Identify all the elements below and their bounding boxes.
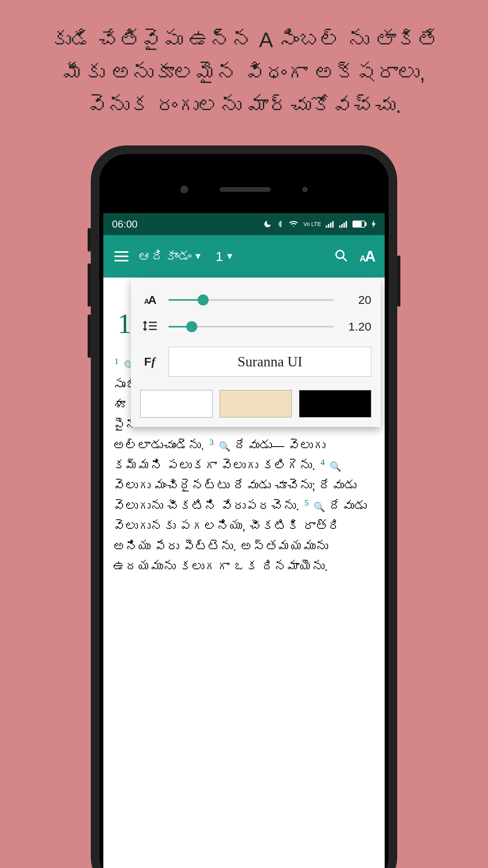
verse-text: శూ (113, 397, 125, 412)
promo-caption: కుడి చేతివైపు ఉన్న A సింబల్ ను తాకితే మీ… (0, 0, 488, 130)
phone-button-power (397, 256, 400, 307)
phone-button-vol-up (88, 263, 91, 307)
moon-icon (263, 220, 272, 228)
chapter-selector[interactable]: 1 ▼ (216, 249, 234, 264)
magnifier-icon[interactable]: 🔍 (314, 502, 325, 512)
svg-line-12 (343, 257, 347, 261)
status-time: 06:00 (112, 218, 138, 230)
phone-screen: 06:00 Vo LTE (103, 213, 385, 868)
svg-rect-9 (365, 223, 366, 225)
phone-button-vol-down (88, 314, 91, 358)
menu-button[interactable] (110, 247, 132, 265)
verse-text: అల్లాడుచుండెను. (113, 438, 204, 452)
chapter-number: 1 (216, 249, 223, 264)
app-bar: ఆదికాండం ▼ 1 ▼ AA (103, 235, 385, 278)
svg-rect-5 (341, 224, 343, 228)
font-size-icon: AA (140, 293, 159, 307)
search-button[interactable] (331, 246, 351, 267)
phone-frame: 06:00 Vo LTE (91, 145, 397, 868)
verse-number: 1 (114, 356, 119, 366)
font-family-select[interactable]: Suranna UI (169, 347, 371, 377)
svg-rect-2 (330, 223, 332, 228)
svg-rect-10 (354, 222, 361, 227)
svg-rect-4 (339, 226, 341, 228)
charging-icon (371, 220, 376, 228)
signal-icon-2 (339, 220, 348, 228)
line-spacing-icon (140, 320, 159, 333)
phone-notch (99, 166, 389, 213)
battery-icon (352, 221, 367, 228)
verse-number: 3 (209, 437, 214, 447)
verse-number: 4 (320, 457, 325, 467)
theme-swatch-light[interactable] (140, 390, 213, 417)
theme-swatch-dark[interactable] (299, 390, 371, 417)
font-size-slider[interactable] (169, 296, 334, 304)
svg-rect-0 (326, 226, 327, 228)
svg-point-11 (336, 250, 344, 258)
text-settings-button[interactable]: AA (356, 245, 378, 268)
svg-rect-1 (328, 224, 330, 228)
svg-rect-7 (346, 221, 347, 228)
chevron-down-icon: ▼ (226, 251, 234, 261)
svg-rect-3 (332, 221, 334, 228)
signal-icon-1 (326, 220, 334, 228)
chevron-down-icon: ▼ (194, 251, 202, 261)
line-spacing-slider[interactable] (169, 323, 334, 331)
font-size-value: 20 (343, 293, 371, 307)
book-name: ఆదికాండం (138, 249, 191, 264)
magnifier-icon[interactable]: 🔍 (330, 461, 341, 472)
line-spacing-value: 1.20 (343, 320, 371, 333)
status-bar: 06:00 Vo LTE (103, 213, 385, 235)
wifi-icon (288, 220, 299, 228)
text-settings-popover: AA 20 (131, 278, 381, 427)
book-selector[interactable]: ఆదికాండం ▼ (138, 249, 202, 264)
magnifier-icon[interactable]: 🔍 (219, 441, 231, 451)
font-family-icon: Ff (140, 355, 159, 368)
phone-button-mute (88, 228, 91, 252)
bluetooth-icon (277, 220, 284, 228)
theme-swatch-sepia[interactable] (220, 390, 292, 417)
volte-icon: Vo LTE (303, 221, 321, 227)
svg-rect-6 (343, 223, 345, 228)
verse-number: 5 (305, 498, 309, 508)
